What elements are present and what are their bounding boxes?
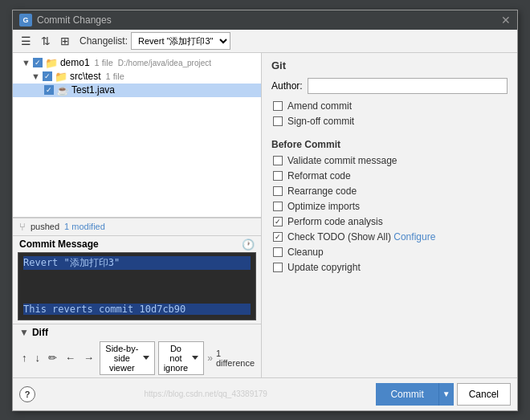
diff-section: ▼ Diff ↑ ↓ ✏ ← → Side-by-side viewer Do … <box>13 324 261 377</box>
reformat-row: Reformat code <box>271 170 508 181</box>
diff-edit-button[interactable]: ✏ <box>46 351 59 365</box>
toolbar-sort-button[interactable]: ⇅ <box>38 33 54 49</box>
viewer-select-button[interactable]: Side-by-side viewer <box>100 341 155 375</box>
cancel-button[interactable]: Cancel <box>457 383 511 406</box>
commit-msg-header: Commit Message 🕐 <box>13 236 261 252</box>
signoff-commit-checkbox[interactable] <box>273 116 283 126</box>
rearrange-row: Rearrange code <box>271 186 508 197</box>
todo-label: Check TODO (Show All) Configure <box>287 231 435 243</box>
watermark: https://blog.csdn.net/qq_43389179 <box>39 389 373 398</box>
amend-commit-label: Amend commit <box>287 100 352 112</box>
diff-toolbar: ↑ ↓ ✏ ← → Side-by-side viewer Do not ign… <box>19 341 255 375</box>
file-name-test1: Test1.java <box>71 84 115 96</box>
file-name-src-test: src\test <box>70 71 101 82</box>
todo-row: ✓ Check TODO (Show All) Configure <box>271 231 508 243</box>
perform-row: ✓ Perform code analysis <box>271 216 508 227</box>
file-count-demo1: 1 file <box>95 58 113 67</box>
toolbar: ☰ ⇅ ⊞ Changelist: Revert "添加打印3" <box>13 30 517 53</box>
diff-title: Diff <box>32 327 48 338</box>
checkbox-src-test[interactable]: ✓ <box>43 71 52 81</box>
diff-up-button[interactable]: ↑ <box>19 351 30 365</box>
diff-header: ▼ Diff <box>19 327 255 338</box>
configure-link[interactable]: Configure <box>393 231 435 243</box>
left-panel: ▼ ✓ 📁 demo1 1 file D:/home/java/idea_pro… <box>13 53 262 377</box>
cleanup-row: Cleanup <box>271 247 508 258</box>
rearrange-label: Rearrange code <box>287 186 357 197</box>
diff-down-button[interactable]: ↓ <box>33 351 43 365</box>
perform-label: Perform code analysis <box>287 216 383 227</box>
before-commit-title: Before Commit <box>271 139 508 150</box>
optimize-row: Optimize imports <box>271 201 508 212</box>
copyright-row: Update copyright <box>271 262 508 273</box>
ignore-select-button[interactable]: Do not ignore <box>158 341 205 375</box>
optimize-checkbox[interactable] <box>273 202 283 211</box>
amend-commit-row: Amend commit <box>271 100 508 112</box>
commit-msg-title: Commit Message <box>19 239 99 250</box>
amend-commit-checkbox[interactable] <box>273 101 283 111</box>
todo-checkbox[interactable]: ✓ <box>273 232 283 242</box>
app-icon: G <box>19 14 32 27</box>
validate-checkbox[interactable] <box>273 156 283 165</box>
copyright-checkbox[interactable] <box>273 263 283 272</box>
diff-count: 1 difference <box>216 349 255 368</box>
bottom-bar: ? https://blog.csdn.net/qq_43389179 Comm… <box>13 377 517 410</box>
ignore-dropdown-icon <box>192 356 198 360</box>
validate-label: Validate commit message <box>287 155 398 166</box>
bottom-info: ⑂ pushed 1 modified <box>13 218 261 236</box>
optimize-label: Optimize imports <box>287 201 360 212</box>
close-button[interactable]: ✕ <box>501 14 511 27</box>
commit-button[interactable]: Commit <box>376 383 438 406</box>
diff-forward-button[interactable]: → <box>81 351 96 365</box>
clock-icon[interactable]: 🕐 <box>242 239 255 251</box>
help-button[interactable]: ? <box>19 386 35 402</box>
author-row: Author: <box>271 78 508 94</box>
file-tree[interactable]: ▼ ✓ 📁 demo1 1 file D:/home/java/idea_pro… <box>13 53 261 218</box>
git-section-title: Git <box>271 59 508 71</box>
changelist-label: Changelist: <box>80 35 128 47</box>
diff-separator: » <box>207 353 213 364</box>
cleanup-label: Cleanup <box>287 247 324 258</box>
dialog-title: Commit Changes <box>37 14 496 26</box>
file-path-demo1: D:/home/java/idea_project <box>118 59 211 67</box>
toolbar-refresh-button[interactable]: ☰ <box>18 33 35 49</box>
viewer-label: Side-by-side viewer <box>105 344 139 373</box>
rearrange-checkbox[interactable] <box>273 186 283 196</box>
signoff-commit-row: Sign-off commit <box>271 116 508 127</box>
viewer-dropdown-icon <box>143 356 149 360</box>
checkbox-demo1[interactable]: ✓ <box>33 58 43 67</box>
copyright-label: Update copyright <box>287 262 361 273</box>
right-panel: Git Author: Amend commit Sign-off commit… <box>262 53 517 377</box>
changelist-select[interactable]: Revert "添加打印3" <box>131 32 230 50</box>
commit-dialog: G Commit Changes ✕ ☰ ⇅ ⊞ Changelist: Rev… <box>12 10 518 411</box>
commit-message-section: Commit Message 🕐 Revert "添加打印3" This rev… <box>13 236 261 324</box>
author-input[interactable] <box>308 78 508 94</box>
toolbar-group-button[interactable]: ⊞ <box>57 33 73 49</box>
commit-dropdown-button[interactable]: ▼ <box>438 383 454 406</box>
main-content: ▼ ✓ 📁 demo1 1 file D:/home/java/idea_pro… <box>13 53 517 377</box>
commit-message-input[interactable]: Revert "添加打印3" This reverts commit 10d7c… <box>18 252 256 320</box>
tree-item-demo1[interactable]: ▼ ✓ 📁 demo1 1 file D:/home/java/idea_pro… <box>13 56 261 70</box>
file-name-demo1: demo1 <box>60 57 90 68</box>
checkbox-test1[interactable]: ✓ <box>44 85 54 95</box>
diff-back-button[interactable]: ← <box>63 351 78 365</box>
ignore-label: Do not ignore <box>164 344 189 373</box>
modified-count[interactable]: 1 modified <box>64 222 105 231</box>
perform-checkbox[interactable]: ✓ <box>273 217 283 226</box>
author-label: Author: <box>271 80 303 92</box>
tree-item-src-test[interactable]: ▼ ✓ 📁 src\test 1 file <box>13 70 261 84</box>
file-count-src-test: 1 file <box>106 71 124 81</box>
reformat-checkbox[interactable] <box>273 171 283 181</box>
pushed-label: pushed <box>31 222 59 231</box>
reformat-label: Reformat code <box>287 170 351 181</box>
commit-btn-group: Commit ▼ <box>376 383 453 406</box>
validate-row: Validate commit message <box>271 155 508 166</box>
tree-item-test1[interactable]: ✓ ☕ Test1.java <box>13 84 261 97</box>
title-bar: G Commit Changes ✕ <box>13 10 517 30</box>
signoff-commit-label: Sign-off commit <box>287 116 354 127</box>
cleanup-checkbox[interactable] <box>273 247 283 257</box>
